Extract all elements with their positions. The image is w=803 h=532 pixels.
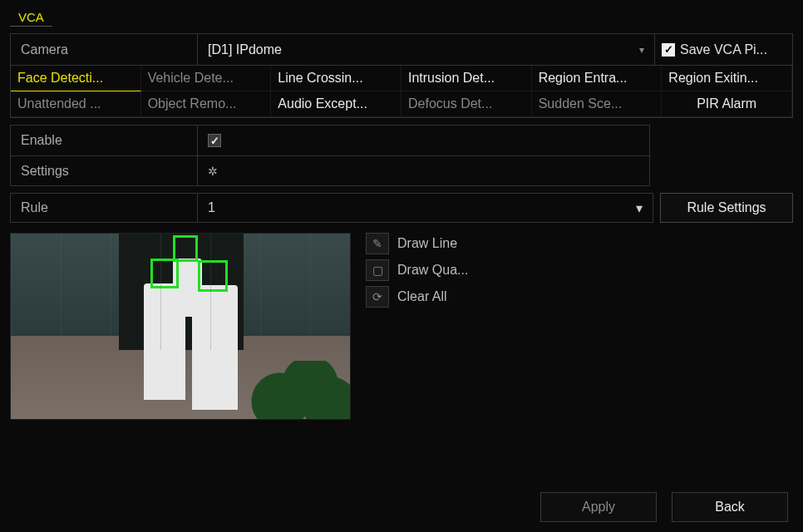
draw-tools: ✎ Draw Line ▢ Draw Qua... ⟳ Clear All [366, 233, 468, 420]
vca-tabs: Face Detecti...Vehicle Dete...Line Cross… [11, 66, 792, 117]
camera-row: Camera [D1] IPdome ▾ ✓ Save VCA Pi... [11, 34, 792, 66]
draw-quad-button[interactable]: ▢ Draw Qua... [366, 259, 468, 281]
face-detection-box [150, 259, 179, 288]
tab-defocus-det[interactable]: Defocus Det... [402, 91, 532, 117]
enable-row: Enable ✓ [11, 126, 649, 155]
enable-label: Enable [11, 126, 198, 155]
check-icon: ✓ [662, 43, 675, 57]
tab-line-crossin[interactable]: Line Crossin... [271, 66, 402, 91]
tab-region-exitin[interactable]: Region Exitin... [662, 66, 792, 91]
config-panel: Camera [D1] IPdome ▾ ✓ Save VCA Pi... Fa… [10, 33, 793, 118]
chevron-down-icon: ▾ [636, 200, 643, 216]
apply-button[interactable]: Apply [540, 492, 657, 522]
foliage-decoration [250, 361, 350, 419]
tab-pir-alarm[interactable]: PIR Alarm [662, 91, 792, 117]
clear-all-label: Clear All [397, 289, 447, 304]
back-button[interactable]: Back [672, 492, 788, 522]
edit-square-icon: ▢ [366, 259, 389, 281]
draw-line-label: Draw Line [397, 236, 457, 251]
tab-face-detecti[interactable]: Face Detecti... [11, 66, 141, 91]
camera-label: Camera [11, 34, 198, 65]
footer-buttons: Apply Back [540, 492, 788, 522]
tab-vehicle-dete[interactable]: Vehicle Dete... [141, 66, 272, 91]
camera-select[interactable]: [D1] IPdome ▾ [198, 34, 655, 65]
rule-select[interactable]: 1 ▾ [198, 194, 653, 222]
tab-region-entra[interactable]: Region Entra... [532, 66, 663, 91]
rule-selected-value: 1 [208, 200, 215, 215]
save-vca-label: Save VCA Pi... [680, 42, 767, 57]
face-detection-box [173, 235, 198, 262]
person-silhouette [144, 283, 185, 400]
rule-left: Rule 1 ▾ [10, 193, 653, 223]
gear-icon[interactable]: ✲ [208, 165, 218, 178]
save-vca-toggle[interactable]: ✓ Save VCA Pi... [655, 34, 792, 65]
tab-audio-except[interactable]: Audio Except... [271, 91, 402, 117]
rule-settings-button[interactable]: Rule Settings [660, 193, 793, 223]
draw-line-button[interactable]: ✎ Draw Line [366, 233, 468, 254]
video-preview[interactable] [10, 233, 351, 420]
clear-all-button[interactable]: ⟳ Clear All [366, 286, 468, 308]
tab-object-remo[interactable]: Object Remo... [141, 91, 272, 117]
tab-sudden-sce[interactable]: Sudden Sce... [532, 91, 663, 117]
draw-quad-label: Draw Qua... [397, 263, 468, 278]
person-silhouette [192, 285, 238, 410]
enable-checkbox[interactable]: ✓ [208, 134, 221, 147]
settings-row: Settings ✲ [11, 155, 649, 185]
person-silhouette [173, 259, 202, 317]
tab-intrusion-det[interactable]: Intrusion Det... [402, 66, 532, 91]
chevron-down-icon: ▾ [639, 44, 644, 56]
camera-selected-value: [D1] IPdome [208, 42, 282, 57]
page-title-tab: VCA [10, 7, 52, 27]
preview-area: ✎ Draw Line ▢ Draw Qua... ⟳ Clear All [10, 233, 793, 420]
refresh-icon: ⟳ [366, 286, 389, 308]
tab-unattended[interactable]: Unattended ... [11, 91, 141, 117]
enable-settings-block: Enable ✓ Settings ✲ [10, 125, 650, 186]
rule-label: Rule [11, 194, 198, 222]
pencil-icon: ✎ [366, 233, 389, 254]
settings-label: Settings [11, 156, 198, 185]
face-detection-box [198, 260, 228, 292]
rule-row: Rule 1 ▾ Rule Settings [10, 193, 793, 223]
page-title: VCA [18, 10, 44, 24]
